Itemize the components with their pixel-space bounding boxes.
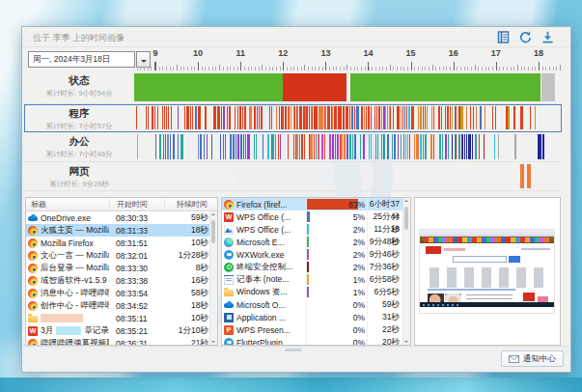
app-usage-row[interactable]: Application ...0%31秒 [222,311,403,323]
thumb-link-grid [428,267,546,288]
redacted-text [56,326,81,335]
mail-icon [509,355,519,363]
hour-label: 16 [449,48,458,58]
firefox-icon [28,276,38,286]
app-usage-row[interactable]: WPS Office (...2%11分18秒 [222,223,403,236]
app-usage-body: Firefox (firef...83%6小时37分WWPS Office (.… [222,198,403,345]
hour-label: 11 [236,48,245,58]
firefox-icon [28,339,38,347]
usage-bar [307,211,310,222]
thumb-top-links [521,248,550,250]
usage-bar [307,224,309,235]
scroll-down-icon[interactable] [211,341,215,343]
table-row[interactable]: 后台登录 — Mozilla ...08:33:308秒 [26,262,210,274]
table-row[interactable]: 哔哩哔哩弹幕视频网 ...08:36:3121秒 [26,337,210,346]
scroll-down-icon[interactable] [404,341,408,343]
scroll-up-icon[interactable] [211,213,215,215]
scrollbar[interactable] [402,198,410,345]
redacted-text [41,314,83,322]
app-blue-icon [224,313,234,322]
resize-grip[interactable] [285,349,302,351]
app-usage-row[interactable]: Windows 资...1%6分5秒 [222,286,403,298]
app-usage-row[interactable]: PWPS Presen...0%22秒 [222,323,403,336]
row-bars [134,134,561,159]
hour-label: 12 [278,48,288,58]
hour-label: 9 [152,48,157,58]
timeline-rows: 状态累计时长: 9小时54分程序累计时长: 7小时57分办公累计时长: 7小时4… [24,71,562,191]
thumb-logo-text [444,248,465,251]
table-row[interactable]: OneDrive.exe08:30:3359秒 [26,211,210,224]
title-table-panel: 标题 开始时间 持续时间 OneDrive.exe08:30:3359秒火狐主页… [25,197,218,346]
timeline-row-program[interactable]: 程序累计时长: 7小时57分 [24,104,562,132]
app-usage-panel: Firefox (firef...83%6小时37分WWPS Office (.… [221,197,411,346]
thumb-search-box [453,256,507,263]
firefox-icon [28,238,38,248]
hour-label: 17 [491,48,501,58]
hour-label: 14 [363,48,373,58]
title-table-body: OneDrive.exe08:30:3359秒火狐主页 — Mozilla ..… [26,211,210,345]
scroll-thumb[interactable] [404,207,408,230]
notepad-icon [224,275,234,285]
date-label: 周一, 2024年3月18日 [33,54,110,64]
table-row[interactable]: W3月章记录...08:35:211分10秒 [26,324,210,337]
timeline-row-status[interactable]: 状态累计时长: 9小时54分 [24,71,562,104]
wps-w-icon: W [224,212,234,222]
scrollbar[interactable] [209,211,217,345]
download-icon[interactable] [541,30,555,43]
wpp-icon: P [224,325,234,335]
thumb-bookmarks-bar [420,237,554,243]
thumb-taskbar [420,302,554,307]
thumb-photo [445,294,461,302]
table-row[interactable]: Mozilla Firefox08:31:5110秒 [26,237,210,249]
table-header: 标题 开始时间 持续时间 [26,198,217,211]
scroll-up-icon[interactable] [404,200,408,202]
wps-chart-icon [224,225,234,235]
window-statusbar: 通知中心 [22,346,570,372]
date-picker[interactable]: 周一, 2024年3月18日 [28,51,135,68]
table-row[interactable]: 火狐主页 — Mozilla ...08:31:3318秒 [26,224,210,237]
row-bars [134,73,561,101]
titlebar-actions [497,30,555,43]
column-header-start[interactable]: 开始时间 [109,199,164,210]
app-usage-row[interactable]: WXWork.exe2%9分46秒 [222,248,403,261]
ruler-hour-ticks [134,62,561,70]
column-header-duration[interactable]: 持续时间 [164,199,217,210]
window-titlebar: 位于 李季 上的时间画像 [22,27,570,47]
app-usage-row[interactable]: WWPS Office (...5%25分44秒 [222,210,403,223]
table-row[interactable]: 消息中心 - 哔哩哔哩...08:33:5458秒 [26,287,210,299]
app-usage-row[interactable]: 记事本 (note...1%6分58秒 [222,273,403,286]
thumb-news-section [428,293,548,302]
app-usage-row[interactable]: FlutterPlugin...0%20秒 [222,336,403,346]
firefox-icon [28,289,38,298]
wxwork-icon [224,250,234,260]
timeline-row-office[interactable]: 办公累计时长: 7小时46分 [24,132,562,162]
app-usage-row[interactable]: Microsoft E...2%9分48秒 [222,236,403,248]
journal-icon[interactable] [497,30,511,43]
scroll-thumb[interactable] [211,220,215,243]
flutter-icon [224,338,234,347]
table-row[interactable]: 创作中心 - 哔哩哔哩...08:34:5218秒 [26,299,210,312]
row-label: 办公累计时长: 7小时46分 [24,132,134,161]
firefox-icon [28,226,38,236]
refresh-icon[interactable] [519,30,533,43]
hour-label: 13 [320,48,330,58]
notification-center-label: 通知中心 [523,353,556,365]
column-header-title[interactable]: 标题 [26,199,109,210]
shield-icon [224,263,234,272]
notification-center-button[interactable]: 通知中心 [501,350,564,367]
hour-label: 15 [406,48,416,58]
app-usage-row[interactable]: 终端安全控制...2%7分36秒 [222,261,403,273]
thumb-ad-block [523,293,535,301]
screenshot-thumbnail[interactable] [420,230,554,313]
row-label: 程序累计时长: 7小时57分 [24,104,134,131]
row-bars [134,164,561,188]
table-row[interactable]: 文心一言 — Mozilla ...08:32:011分28秒 [26,249,210,262]
thumb-site-logo [426,246,441,254]
app-usage-row[interactable]: Firefox (firef...83%6小时37分 [222,198,403,210]
table-row[interactable]: 08:35:1110秒 [26,312,210,324]
timeline-row-web[interactable]: 网页累计时长: 9分26秒 [24,162,562,191]
app-usage-row[interactable]: Microsoft O...0%59秒 [222,298,403,311]
wps-icon: W [28,326,38,336]
table-row[interactable]: 域智盾软件-v1.5.9 —...08:33:3816秒 [26,274,210,287]
onedrive-icon [28,213,38,223]
